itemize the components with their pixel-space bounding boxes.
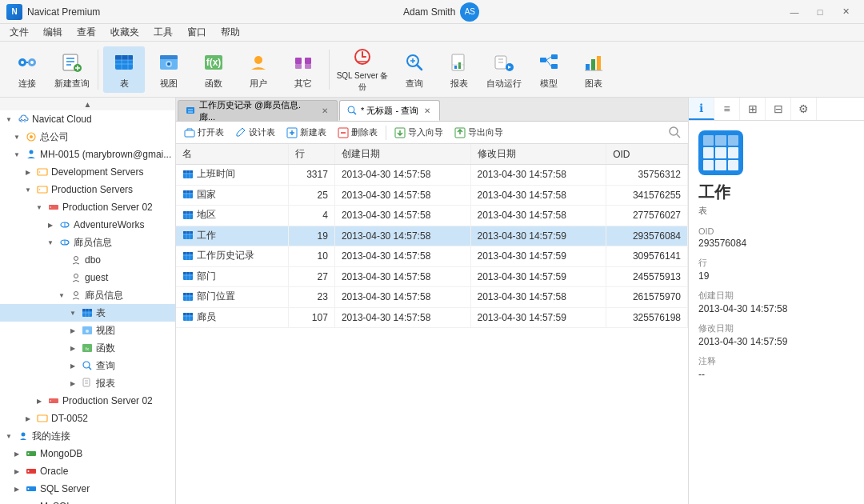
svg-rect-19: [160, 55, 178, 59]
svg-rect-48: [586, 64, 590, 70]
sidebar-item-sqlserver[interactable]: SQL Server: [0, 480, 175, 498]
right-tab-info[interactable]: ℹ: [689, 98, 714, 120]
sidebar-item-adventureworks[interactable]: AdventureWorks: [0, 216, 175, 234]
sidebar-item-query-tree[interactable]: 查询: [0, 357, 175, 374]
table-row[interactable]: 工作历史记录102013-04-30 14:57:582013-04-30 14…: [176, 246, 688, 267]
menu-tools[interactable]: 工具: [147, 24, 179, 41]
close-button[interactable]: ✕: [834, 4, 858, 20]
mh0015-label: MH-0015 (marybrown@gmai...: [40, 149, 171, 160]
toolbar-model[interactable]: 模型: [528, 46, 570, 93]
sidebar-item-table[interactable]: 表: [0, 304, 175, 322]
right-tab-settings[interactable]: ⚙: [791, 98, 817, 120]
view-tree-arrow: [67, 325, 78, 336]
table-row[interactable]: 上班时间33172013-04-30 14:57:582013-04-30 14…: [176, 165, 688, 186]
table-row[interactable]: 工作192013-04-30 14:57:582013-04-30 14:57:…: [176, 226, 688, 246]
sidebar-item-mh0015[interactable]: MH-0015 (marybrown@gmai...: [0, 146, 175, 163]
toolbar-chart[interactable]: 图表: [573, 46, 614, 93]
toolbar-backup[interactable]: SQL Server 备份: [334, 46, 390, 93]
toolbar-function[interactable]: f(x) 函数: [193, 46, 234, 93]
sidebar-scroll-up[interactable]: ▲: [0, 98, 175, 110]
table-row[interactable]: 部门位置232013-04-30 14:57:582013-04-30 14:5…: [176, 287, 688, 308]
sidebar-item-navicat-cloud[interactable]: Navicat Cloud: [0, 110, 175, 128]
minimize-button[interactable]: —: [782, 4, 806, 20]
sidebar-item-guest[interactable]: guest: [0, 269, 175, 286]
sidebar-item-prod-servers[interactable]: Production Servers: [0, 181, 175, 198]
sidebar-item-mysql[interactable]: MySQL: [0, 498, 175, 504]
toolbar-autorun-label: 自动运行: [486, 78, 522, 90]
sub-btn-export[interactable]: 导出向导: [450, 124, 508, 142]
maximize-button[interactable]: □: [808, 4, 832, 20]
chart-icon: [581, 50, 606, 75]
sidebar-item-dbo[interactable]: dbo: [0, 251, 175, 269]
svg-rect-69: [82, 309, 92, 311]
svg-rect-34: [452, 54, 464, 70]
tab-work-history-close[interactable]: ✕: [319, 106, 330, 117]
toolbar-autorun[interactable]: 自动运行: [483, 46, 525, 93]
menu-edit[interactable]: 编辑: [37, 24, 69, 41]
prod-server-02-icon: [47, 201, 60, 214]
func-sidebar-label: 函数: [96, 342, 115, 355]
sqlserver-label: SQL Server: [40, 483, 90, 494]
tab-untitled-query[interactable]: * 无标题 - 查询 ✕: [339, 100, 440, 121]
sidebar-item-liangyuanxinxi-schema[interactable]: 廊员信息: [0, 286, 175, 304]
toolbar-user[interactable]: 用户: [238, 46, 279, 93]
toolbar-new-query[interactable]: 新建查询: [51, 46, 93, 93]
tab-untitled-query-label: * 无标题 - 查询: [361, 105, 418, 117]
sidebar-item-liangyuanxinxi-db[interactable]: 廊员信息: [0, 234, 175, 251]
table-row[interactable]: 部门272013-04-30 14:57:582013-04-30 14:57:…: [176, 266, 688, 287]
svg-point-60: [50, 206, 51, 208]
sidebar-item-dev-servers[interactable]: Development Servers: [0, 163, 175, 181]
guest-icon: [70, 271, 82, 284]
other-icon: [290, 50, 316, 75]
tab-untitled-query-close[interactable]: ✕: [422, 105, 433, 116]
right-tab-grid[interactable]: ⊟: [766, 98, 791, 120]
menu-window[interactable]: 窗口: [181, 24, 213, 41]
sidebar-item-dt0052[interactable]: DT-0052: [0, 410, 175, 427]
sidebar-item-prod-server-02[interactable]: Production Server 02: [0, 198, 175, 216]
sidebar-item-mongodb[interactable]: MongoDB: [0, 445, 175, 462]
table-cell-modified: 2013-04-30 14:57:58: [470, 165, 606, 186]
col-header-oid: OID: [606, 144, 688, 165]
right-tab-expand[interactable]: ⊞: [740, 98, 766, 120]
menubar: 文件 编辑 查看 收藏夹 工具 窗口 帮助: [0, 24, 864, 42]
toolbar-table[interactable]: 表: [103, 46, 145, 93]
tab-work-history[interactable]: 工作历史记录 @廊员信息.廊... ✕: [178, 100, 338, 121]
table-cell-created: 2013-04-30 14:57:58: [334, 165, 470, 186]
toolbar-connect[interactable]: 连接: [6, 46, 48, 93]
menu-favorites[interactable]: 收藏夹: [104, 24, 146, 41]
svg-point-65: [74, 257, 78, 261]
sub-btn-open[interactable]: 打开表: [179, 124, 229, 142]
sidebar-item-oracle[interactable]: Oracle: [0, 462, 175, 480]
sidebar-item-report-tree[interactable]: 报表: [0, 374, 175, 392]
sidebar-item-view[interactable]: 视图: [0, 322, 175, 339]
sidebar-item-prod-server-02b[interactable]: Production Server 02: [0, 392, 175, 410]
menu-help[interactable]: 帮助: [214, 24, 246, 41]
sidebar-item-myconn[interactable]: 我的连接: [0, 427, 175, 445]
content-area: 工作历史记录 @廊员信息.廊... ✕ * 无标题 - 查询 ✕ 打开表 设计表: [176, 98, 688, 504]
menu-view[interactable]: 查看: [70, 24, 102, 41]
sub-btn-new[interactable]: 新建表: [282, 124, 331, 142]
dt0052-icon: [36, 412, 49, 425]
toolbar-query[interactable]: 查询: [394, 46, 435, 93]
table-row[interactable]: 国家252013-04-30 14:57:582013-04-30 14:57:…: [176, 185, 688, 206]
sub-btn-import[interactable]: 导入向导: [390, 124, 448, 142]
svg-rect-28: [305, 64, 311, 69]
username: Adam Smith: [403, 6, 455, 18]
toolbar-view-label: 视图: [160, 78, 178, 90]
prod-servers-icon: [36, 183, 49, 196]
table-row[interactable]: 地区42013-04-30 14:57:582013-04-30 14:57:5…: [176, 206, 688, 226]
dev-servers-arrow: [22, 166, 34, 178]
right-tab-list[interactable]: ≡: [714, 98, 740, 120]
oracle-arrow: [11, 466, 22, 477]
sub-btn-design[interactable]: 设计表: [230, 124, 280, 142]
sidebar-item-company[interactable]: 总公司: [0, 128, 175, 146]
sidebar-item-func[interactable]: fx 函数: [0, 339, 175, 357]
sub-btn-delete[interactable]: 删除表: [333, 124, 382, 142]
menu-file[interactable]: 文件: [3, 24, 35, 41]
toolbar-other[interactable]: 其它: [282, 46, 324, 93]
table-header-row: 名 行 创建日期 修改日期 OID: [176, 144, 688, 165]
toolbar-report[interactable]: 报表: [438, 46, 480, 93]
svg-rect-35: [454, 66, 457, 69]
toolbar-view[interactable]: 视图: [148, 46, 190, 93]
table-row[interactable]: 廊员1072013-04-30 14:57:582013-04-30 14:57…: [176, 307, 688, 328]
